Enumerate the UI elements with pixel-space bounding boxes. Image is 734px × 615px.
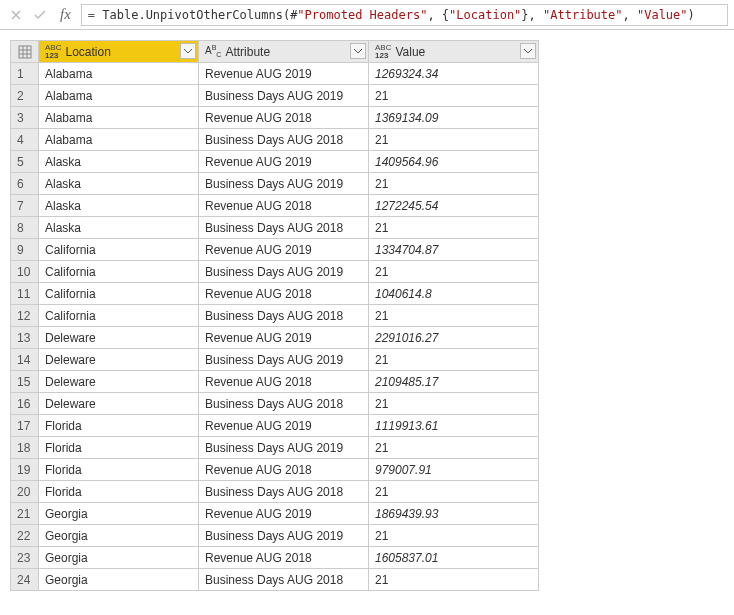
- row-number[interactable]: 8: [11, 217, 39, 239]
- row-number[interactable]: 6: [11, 173, 39, 195]
- table-row[interactable]: 14DelewareBusiness Days AUG 201921: [11, 349, 539, 371]
- row-number[interactable]: 7: [11, 195, 39, 217]
- cell-value[interactable]: 21: [369, 173, 539, 195]
- row-number[interactable]: 21: [11, 503, 39, 525]
- cell-attribute[interactable]: Revenue AUG 2018: [199, 547, 369, 569]
- table-row[interactable]: 7AlaskaRevenue AUG 20181272245.54: [11, 195, 539, 217]
- cell-attribute[interactable]: Revenue AUG 2019: [199, 503, 369, 525]
- cell-value[interactable]: 21: [369, 569, 539, 591]
- cell-attribute[interactable]: Business Days AUG 2018: [199, 129, 369, 151]
- cell-attribute[interactable]: Revenue AUG 2019: [199, 239, 369, 261]
- table-row[interactable]: 16DelewareBusiness Days AUG 201821: [11, 393, 539, 415]
- column-filter-button-location[interactable]: [180, 43, 196, 59]
- cell-location[interactable]: Alabama: [39, 107, 199, 129]
- cell-value[interactable]: 1272245.54: [369, 195, 539, 217]
- cell-attribute[interactable]: Business Days AUG 2019: [199, 525, 369, 547]
- cell-attribute[interactable]: Revenue AUG 2019: [199, 415, 369, 437]
- table-row[interactable]: 17FloridaRevenue AUG 20191119913.61: [11, 415, 539, 437]
- column-header-attribute[interactable]: ABC Attribute: [199, 41, 369, 63]
- cell-location[interactable]: Georgia: [39, 547, 199, 569]
- cell-attribute[interactable]: Revenue AUG 2019: [199, 63, 369, 85]
- cell-value[interactable]: 1409564.96: [369, 151, 539, 173]
- cell-location[interactable]: Florida: [39, 415, 199, 437]
- row-number[interactable]: 4: [11, 129, 39, 151]
- cell-location[interactable]: Alabama: [39, 63, 199, 85]
- row-number[interactable]: 23: [11, 547, 39, 569]
- row-number[interactable]: 14: [11, 349, 39, 371]
- cell-value[interactable]: 1040614.8: [369, 283, 539, 305]
- cell-location[interactable]: Georgia: [39, 569, 199, 591]
- cell-value[interactable]: 1269324.34: [369, 63, 539, 85]
- cell-attribute[interactable]: Business Days AUG 2019: [199, 261, 369, 283]
- row-number[interactable]: 10: [11, 261, 39, 283]
- cell-value[interactable]: 21: [369, 481, 539, 503]
- column-header-value[interactable]: ABC123 Value: [369, 41, 539, 63]
- cell-value[interactable]: 2109485.17: [369, 371, 539, 393]
- row-number[interactable]: 3: [11, 107, 39, 129]
- row-number[interactable]: 11: [11, 283, 39, 305]
- cell-value[interactable]: 21: [369, 305, 539, 327]
- table-row[interactable]: 9CaliforniaRevenue AUG 20191334704.87: [11, 239, 539, 261]
- row-number[interactable]: 5: [11, 151, 39, 173]
- row-number[interactable]: 20: [11, 481, 39, 503]
- cell-attribute[interactable]: Revenue AUG 2019: [199, 327, 369, 349]
- cell-value[interactable]: 1334704.87: [369, 239, 539, 261]
- table-row[interactable]: 23GeorgiaRevenue AUG 20181605837.01: [11, 547, 539, 569]
- table-row[interactable]: 20FloridaBusiness Days AUG 201821: [11, 481, 539, 503]
- cell-value[interactable]: 979007.91: [369, 459, 539, 481]
- table-row[interactable]: 18FloridaBusiness Days AUG 201921: [11, 437, 539, 459]
- cell-location[interactable]: Deleware: [39, 371, 199, 393]
- table-row[interactable]: 1AlabamaRevenue AUG 20191269324.34: [11, 63, 539, 85]
- cell-attribute[interactable]: Revenue AUG 2018: [199, 459, 369, 481]
- cell-attribute[interactable]: Revenue AUG 2018: [199, 283, 369, 305]
- cell-value[interactable]: 2291016.27: [369, 327, 539, 349]
- cell-location[interactable]: Alabama: [39, 129, 199, 151]
- cell-attribute[interactable]: Business Days AUG 2018: [199, 481, 369, 503]
- cell-attribute[interactable]: Revenue AUG 2018: [199, 371, 369, 393]
- column-header-location[interactable]: ABC123 Location: [39, 41, 199, 63]
- cell-attribute[interactable]: Business Days AUG 2019: [199, 349, 369, 371]
- cell-location[interactable]: California: [39, 283, 199, 305]
- cell-value[interactable]: 21: [369, 85, 539, 107]
- cell-location[interactable]: California: [39, 305, 199, 327]
- cell-location[interactable]: Georgia: [39, 525, 199, 547]
- table-row[interactable]: 5AlaskaRevenue AUG 20191409564.96: [11, 151, 539, 173]
- cell-attribute[interactable]: Business Days AUG 2019: [199, 437, 369, 459]
- row-number[interactable]: 22: [11, 525, 39, 547]
- row-number[interactable]: 15: [11, 371, 39, 393]
- cell-value[interactable]: 21: [369, 525, 539, 547]
- cell-attribute[interactable]: Business Days AUG 2018: [199, 569, 369, 591]
- table-corner-button[interactable]: [11, 41, 39, 63]
- cell-location[interactable]: Georgia: [39, 503, 199, 525]
- row-number[interactable]: 1: [11, 63, 39, 85]
- cell-location[interactable]: Alaska: [39, 195, 199, 217]
- table-row[interactable]: 4AlabamaBusiness Days AUG 201821: [11, 129, 539, 151]
- cell-location[interactable]: Florida: [39, 481, 199, 503]
- cell-location[interactable]: Deleware: [39, 327, 199, 349]
- cell-location[interactable]: Deleware: [39, 393, 199, 415]
- confirm-button[interactable]: [30, 5, 50, 25]
- cell-attribute[interactable]: Revenue AUG 2019: [199, 151, 369, 173]
- cell-attribute[interactable]: Business Days AUG 2018: [199, 393, 369, 415]
- cell-location[interactable]: Alaska: [39, 217, 199, 239]
- cell-location[interactable]: Alaska: [39, 173, 199, 195]
- cell-location[interactable]: Florida: [39, 459, 199, 481]
- row-number[interactable]: 18: [11, 437, 39, 459]
- cell-value[interactable]: 1869439.93: [369, 503, 539, 525]
- column-filter-button-value[interactable]: [520, 43, 536, 59]
- cell-attribute[interactable]: Revenue AUG 2018: [199, 107, 369, 129]
- table-row[interactable]: 19FloridaRevenue AUG 2018979007.91: [11, 459, 539, 481]
- table-row[interactable]: 24GeorgiaBusiness Days AUG 201821: [11, 569, 539, 591]
- cell-value[interactable]: 21: [369, 217, 539, 239]
- table-row[interactable]: 12CaliforniaBusiness Days AUG 201821: [11, 305, 539, 327]
- cell-attribute[interactable]: Business Days AUG 2019: [199, 173, 369, 195]
- cell-attribute[interactable]: Business Days AUG 2018: [199, 305, 369, 327]
- formula-input[interactable]: = Table.UnpivotOtherColumns (# "Promoted…: [81, 4, 728, 26]
- cell-value[interactable]: 21: [369, 261, 539, 283]
- row-number[interactable]: 9: [11, 239, 39, 261]
- cell-value[interactable]: 21: [369, 437, 539, 459]
- cell-location[interactable]: Alabama: [39, 85, 199, 107]
- fx-button[interactable]: fx: [60, 6, 71, 23]
- column-filter-button-attribute[interactable]: [350, 43, 366, 59]
- table-row[interactable]: 10CaliforniaBusiness Days AUG 201921: [11, 261, 539, 283]
